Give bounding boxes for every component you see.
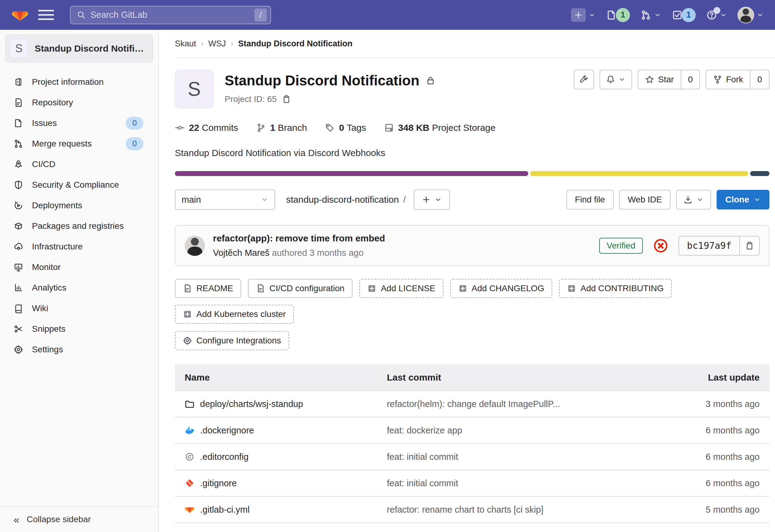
fork-button[interactable]: Fork <box>706 70 750 89</box>
plus-square-icon <box>183 310 192 319</box>
page-title: Standup Discord Notification <box>225 72 420 89</box>
sidebar-item-project-information[interactable]: Project information <box>0 72 158 92</box>
file-last-update: 6 months ago <box>677 417 769 444</box>
wrench-icon <box>579 75 589 84</box>
sidebar-project-title: Standup Discord Notificati... <box>35 43 148 54</box>
stat-project-storage[interactable]: 348 KB Project Storage <box>384 123 496 133</box>
file-link[interactable]: deploy/charts/wsj-standup <box>185 399 367 409</box>
verified-badge[interactable]: Verified <box>599 238 643 254</box>
merge-requests-menu-button[interactable] <box>640 10 661 21</box>
sidebar-item-monitor[interactable]: Monitor <box>0 257 158 277</box>
readme-button[interactable]: README <box>175 279 241 298</box>
project-settings-shortcut-button[interactable] <box>574 70 594 89</box>
issues-dashboard-button[interactable]: 1 <box>606 8 630 22</box>
sidebar-item-repository[interactable]: Repository <box>0 92 158 113</box>
project-avatar: S <box>10 39 28 58</box>
gitlab-logo-icon[interactable] <box>11 7 29 23</box>
sidebar-item-security-compliance[interactable]: Security & Compliance <box>0 174 158 195</box>
sidebar-item-packages-and-registries[interactable]: Packages and registries <box>0 216 158 236</box>
collapse-sidebar-button[interactable]: « Collapse sidebar <box>0 506 158 532</box>
commit-title-link[interactable]: refactor(app): remove time from embed <box>213 233 385 244</box>
new-menu-button[interactable] <box>571 8 596 22</box>
chevron-down-icon <box>261 196 268 203</box>
find-file-button[interactable]: Find file <box>566 190 614 209</box>
sidebar-item-ci-cd[interactable]: CI/CD <box>0 154 158 174</box>
sidebar-item-merge-requests[interactable]: Merge requests 0 <box>0 133 158 154</box>
sidebar-item-deployments[interactable]: Deployments <box>0 195 158 216</box>
download-source-button[interactable] <box>676 190 711 209</box>
file-link[interactable]: .gitignore <box>185 478 367 488</box>
clone-label: Clone <box>725 195 749 205</box>
column-header-last-commit[interactable]: Last commit <box>377 364 677 391</box>
repo-path[interactable]: standup-discord-notification <box>286 194 399 205</box>
todos-button[interactable]: 1 <box>672 8 696 22</box>
sidebar-item-settings[interactable]: Settings <box>0 339 158 360</box>
stat-tags[interactable]: 0 Tags <box>325 123 366 133</box>
star-button[interactable]: Star <box>638 70 680 89</box>
add-contributing-button[interactable]: Add CONTRIBUTING <box>559 279 672 298</box>
sidebar-item-wiki[interactable]: Wiki <box>0 298 158 319</box>
chevron-down-icon <box>753 196 761 203</box>
sidebar-project-header[interactable]: S Standup Discord Notificati... <box>5 34 153 63</box>
pipeline-failed-icon[interactable] <box>653 238 668 253</box>
stat-commits[interactable]: 22 Commits <box>175 123 238 133</box>
sidebar-item-analytics[interactable]: Analytics <box>0 277 158 298</box>
commit-authored-meta: authored 3 months ago <box>272 248 363 258</box>
plus-square-icon <box>567 284 576 293</box>
star-count[interactable]: 0 <box>681 70 700 89</box>
breadcrumb-group[interactable]: Skaut <box>175 39 196 49</box>
language-bar[interactable] <box>175 171 769 176</box>
fork-icon <box>713 75 722 84</box>
file-link[interactable]: .gitlab-ci.yml <box>185 505 367 515</box>
column-header-name[interactable]: Name <box>175 364 377 391</box>
file-link[interactable]: .editorconfig <box>185 452 367 462</box>
search-icon <box>77 10 86 20</box>
cloud-icon <box>14 242 23 252</box>
stat-branch[interactable]: 1 Branch <box>256 123 307 133</box>
add-file-dropdown-button[interactable] <box>414 190 450 210</box>
doc-icon <box>183 284 192 293</box>
sidebar-item-snippets[interactable]: Snippets <box>0 319 158 339</box>
breadcrumb-subgroup[interactable]: WSJ <box>208 39 226 49</box>
commit-sha[interactable]: bc197a9f <box>679 237 740 255</box>
file-last-commit[interactable]: feat: initial commit <box>377 444 677 470</box>
commit-author-avatar[interactable] <box>185 236 205 256</box>
copy-project-id-button[interactable] <box>282 95 291 104</box>
help-menu-button[interactable] <box>706 10 727 21</box>
clone-button[interactable]: Clone <box>717 190 769 209</box>
breadcrumb-project[interactable]: Standup Discord Notification <box>238 39 352 49</box>
file-link[interactable]: Dockerfile <box>185 531 367 532</box>
search-input[interactable]: Search GitLab / <box>70 6 271 24</box>
ci-cd-configuration-button[interactable]: CI/CD configuration <box>248 279 352 298</box>
monitor-icon <box>14 262 23 272</box>
tag-icon <box>325 123 335 133</box>
notification-setting-button[interactable] <box>600 70 632 89</box>
star-label: Star <box>658 75 674 84</box>
file-last-commit[interactable]: refactor(helm): change default ImagePull… <box>377 391 677 417</box>
folder-icon <box>185 399 194 409</box>
branch-selector[interactable]: main <box>175 190 275 210</box>
language-2-segment <box>530 171 748 176</box>
file-last-commit[interactable]: refactor: rename chart to charts [ci ski… <box>377 496 677 523</box>
add-changelog-button[interactable]: Add CHANGELOG <box>450 279 553 298</box>
commit-author-link[interactable]: Vojtěch Mareš <box>213 248 269 258</box>
file-link[interactable]: .dockerignore <box>185 425 367 436</box>
file-last-commit[interactable]: feat: dockerize app <box>377 417 677 444</box>
project-avatar-large: S <box>175 70 213 108</box>
configure-integrations-button[interactable]: Configure Integrations <box>175 331 289 350</box>
user-menu-button[interactable] <box>738 7 764 23</box>
file-last-commit[interactable]: feat: dockerize app <box>377 523 677 532</box>
add-kubernetes-cluster-button[interactable]: Add Kubernetes cluster <box>175 305 294 324</box>
add-license-button[interactable]: Add LICENSE <box>359 279 443 298</box>
menu-hamburger-icon[interactable] <box>38 8 54 22</box>
sidebar-item-infrastructure[interactable]: Infrastructure <box>0 236 158 257</box>
issues-icon <box>606 10 617 21</box>
copy-sha-button[interactable] <box>739 237 759 255</box>
last-commit-box: refactor(app): remove time from embed Vo… <box>175 225 769 266</box>
sidebar-item-issues[interactable]: Issues 0 <box>0 113 158 133</box>
file-last-commit[interactable]: feat: initial commit <box>377 470 677 496</box>
fork-count[interactable]: 0 <box>750 70 769 89</box>
web-ide-button[interactable]: Web IDE <box>619 190 671 209</box>
lock-icon <box>426 76 436 85</box>
column-header-last-update[interactable]: Last update <box>677 364 769 391</box>
